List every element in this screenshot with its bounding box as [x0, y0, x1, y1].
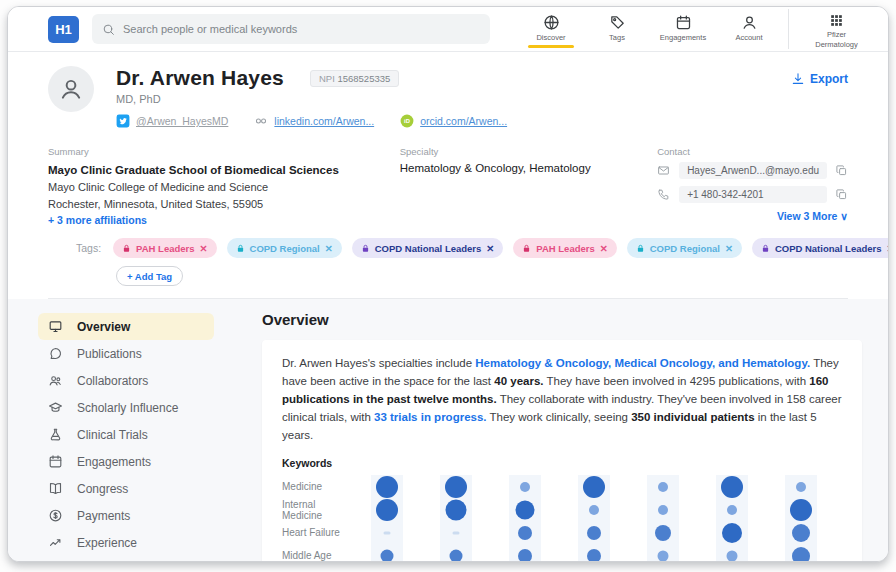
h1-logo[interactable]: H1	[48, 16, 79, 43]
tag-pill: COPD Regional✕	[227, 238, 342, 258]
sidebar-item-label: Clinical Trials	[77, 428, 148, 442]
nav-item-account[interactable]: Account	[716, 10, 782, 42]
bubble-cell	[559, 521, 628, 544]
nav-item-discover[interactable]: Discover	[518, 10, 584, 48]
contact-label: Contact	[657, 146, 848, 157]
bubble	[658, 482, 668, 492]
empty-value-dash	[452, 531, 459, 534]
bubble	[727, 505, 737, 515]
twitter-link[interactable]: @Arwen_HayesMD	[116, 114, 228, 128]
nav-item-engagements[interactable]: Engagements	[650, 10, 716, 42]
tag-pill: COPD National Leaders✕	[352, 238, 504, 258]
person-icon	[741, 14, 758, 31]
search-input[interactable]	[123, 23, 480, 35]
keyword-row: Internal Medicine	[282, 498, 842, 521]
specialty-label: Specialty	[400, 146, 657, 157]
remove-tag-icon[interactable]: ✕	[200, 243, 208, 254]
social-link-text: linkedin.com/Arwen...	[274, 115, 374, 127]
more-affiliations-link[interactable]: + 3 more affiliations	[48, 214, 400, 226]
sidebar-item-collaborators[interactable]: Collaborators	[38, 367, 214, 394]
bubble-cell	[766, 475, 835, 498]
sidebar-item-label: Publications	[77, 347, 142, 361]
keyword-label: Middle Age	[282, 550, 352, 561]
bubble	[722, 523, 742, 543]
tag-text: PAH Leaders	[136, 243, 194, 254]
summary-line: Mayo Clinic College of Medicine and Scie…	[48, 179, 400, 196]
remove-tag-icon[interactable]: ✕	[325, 243, 333, 254]
copy-icon[interactable]	[835, 164, 848, 177]
remove-tag-icon[interactable]: ✕	[887, 243, 889, 254]
tag-text: COPD Regional	[650, 243, 720, 254]
tag-pill: PAH Leaders✕	[113, 238, 216, 258]
keywords-title: Keywords	[282, 457, 842, 469]
sidebar-item-clinical-trials[interactable]: Clinical Trials	[38, 421, 214, 448]
bubble	[721, 476, 743, 498]
sidebar-item-publications[interactable]: Publications	[38, 340, 214, 367]
bubble-cell	[766, 544, 835, 562]
bubble	[587, 526, 601, 540]
remove-tag-icon[interactable]: ✕	[725, 243, 733, 254]
sidebar-item-label: Scholarly Influence	[77, 401, 178, 415]
bubble-cell	[421, 521, 490, 544]
bubble	[583, 476, 605, 498]
remove-tag-icon[interactable]: ✕	[486, 243, 494, 254]
summary-section: Summary Mayo Clinic Graduate School of B…	[48, 146, 400, 226]
bubble-cell	[697, 544, 766, 562]
profile-credentials: MD, PhD	[116, 93, 507, 105]
summary-label: Summary	[48, 146, 400, 157]
nav-label: Engagements	[660, 33, 706, 42]
sidebar: OverviewPublicationsCollaboratorsScholar…	[8, 299, 236, 562]
paragraph-segment: Hematology & Oncology, Medical Oncology,…	[475, 357, 810, 369]
bubble-cell	[490, 498, 559, 521]
page-title: Overview	[262, 311, 862, 328]
nav-label: Tags	[609, 33, 625, 42]
sidebar-item-scholarly-influence[interactable]: Scholarly Influence	[38, 394, 214, 421]
sidebar-item-claims[interactable]: Claims	[38, 556, 214, 562]
bubble-cell	[628, 521, 697, 544]
publications-icon	[48, 346, 63, 361]
bubble	[520, 482, 530, 492]
bubble-cell	[697, 521, 766, 544]
social-links: @Arwen_HayesMDlinkedin.com/Arwen...iDorc…	[116, 114, 507, 128]
bubble-cell	[697, 498, 766, 521]
social-link-text: @Arwen_HayesMD	[136, 115, 228, 127]
sidebar-item-label: Collaborators	[77, 374, 148, 388]
summary-primary-affiliation: Mayo Clinic Graduate School of Biomedica…	[48, 162, 400, 179]
topbar: H1 DiscoverTagsEngagementsAccount Pfizer…	[8, 7, 888, 52]
sidebar-item-engagements[interactable]: Engagements	[38, 448, 214, 475]
link-link[interactable]: linkedin.com/Arwen...	[254, 114, 374, 128]
lock-icon	[122, 244, 131, 253]
link-icon	[254, 114, 268, 128]
svg-text:iD: iD	[404, 118, 410, 124]
payments-icon	[48, 508, 63, 523]
bubble-cell	[421, 544, 490, 562]
lock-icon	[236, 244, 245, 253]
main-content: Overview Dr. Arwen Hayes's specialties i…	[236, 299, 888, 562]
tag-pill: COPD Regional✕	[627, 238, 742, 258]
empty-value-dash	[383, 531, 390, 534]
engagements-icon	[48, 454, 63, 469]
contact-section: Contact Hayes_ArwenD...@mayo.edu+1 480-3…	[657, 146, 848, 226]
export-button[interactable]: Export	[791, 66, 848, 86]
overview-card: Dr. Arwen Hayes's specialties include He…	[262, 340, 862, 562]
sidebar-item-label: Engagements	[77, 455, 151, 469]
workspace-switcher[interactable]: Pfizer Dermatology	[788, 9, 874, 49]
sidebar-item-payments[interactable]: Payments	[38, 502, 214, 529]
sidebar-item-label: Payments	[77, 509, 130, 523]
scholarly-influence-icon	[48, 400, 63, 415]
search-bar[interactable]	[92, 14, 490, 44]
nav-item-tags[interactable]: Tags	[584, 10, 650, 42]
remove-tag-icon[interactable]: ✕	[600, 243, 608, 254]
bubble	[796, 482, 806, 492]
sidebar-item-overview[interactable]: Overview	[38, 313, 214, 340]
experience-icon	[48, 535, 63, 550]
clinical-trials-icon	[48, 427, 63, 442]
view-more-contact-link[interactable]: View 3 More ∨	[657, 210, 848, 222]
add-tag-button[interactable]: + Add Tag	[116, 266, 183, 286]
orcid-link[interactable]: iDorcid.com/Arwen...	[400, 114, 507, 128]
bubble	[726, 550, 737, 561]
copy-icon[interactable]	[835, 188, 848, 201]
sidebar-item-experience[interactable]: Experience	[38, 529, 214, 556]
sidebar-item-congress[interactable]: Congress	[38, 475, 214, 502]
lock-icon	[522, 244, 531, 253]
